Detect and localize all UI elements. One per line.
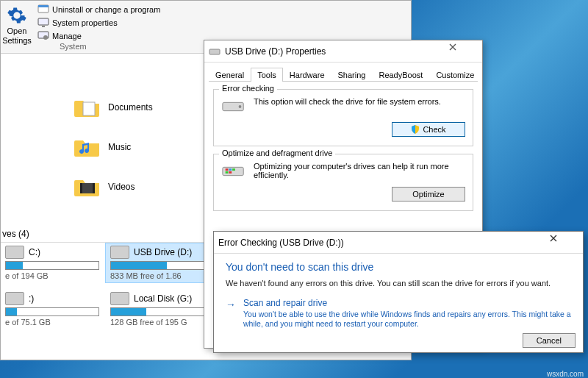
tab-tools[interactable]: Tools bbox=[251, 68, 283, 82]
svg-rect-1 bbox=[38, 5, 49, 7]
optimize-group: Optimize and defragment drive Optimizing… bbox=[213, 154, 473, 211]
drive-c-free: e of 194 GB bbox=[5, 271, 99, 280]
cancel-button-label: Cancel bbox=[537, 336, 562, 345]
drive-icon bbox=[110, 246, 129, 259]
system-properties-button[interactable]: System properties bbox=[37, 17, 406, 29]
documents-label: Documents bbox=[108, 102, 153, 113]
manage-icon bbox=[37, 30, 49, 42]
close-icon bbox=[549, 234, 558, 243]
gear-icon bbox=[7, 5, 27, 26]
programs-icon bbox=[37, 4, 49, 15]
svg-rect-2 bbox=[38, 18, 49, 25]
uninstall-label: Uninstall or change a program bbox=[52, 5, 160, 14]
drive-icon bbox=[5, 246, 24, 259]
uninstall-program-button[interactable]: Uninstall or change a program bbox=[37, 4, 406, 15]
open-settings-button[interactable]: Open Settings bbox=[1, 1, 33, 53]
drives-grid: C:) e of 194 GB USB Drive (D:) 833 MB fr… bbox=[1, 243, 207, 329]
drive-c-bar bbox=[5, 261, 99, 270]
optimize-text: Optimizing your computer's drives can he… bbox=[254, 162, 465, 179]
ribbon-section-label: System bbox=[60, 42, 87, 51]
documents-icon bbox=[74, 96, 101, 118]
svg-rect-18 bbox=[229, 171, 232, 174]
svg-rect-15 bbox=[229, 168, 232, 171]
folder-videos[interactable]: Videos bbox=[74, 176, 153, 198]
music-label: Music bbox=[108, 142, 131, 152]
drive-e-name: :) bbox=[29, 293, 34, 304]
drive-c[interactable]: C:) e of 194 GB bbox=[1, 243, 101, 282]
error-checking-legend: Error checking bbox=[219, 84, 277, 93]
error-checking-group: Error checking This option will check th… bbox=[213, 89, 473, 146]
optimize-button[interactable]: Optimize bbox=[392, 187, 465, 202]
error-checking-text: This option will check the drive for fil… bbox=[254, 97, 465, 106]
optimize-button-label: Optimize bbox=[412, 190, 444, 199]
drives-section-header[interactable]: ves (4) bbox=[1, 226, 207, 243]
open-settings-label1: Open bbox=[1, 27, 33, 35]
svg-rect-16 bbox=[232, 168, 235, 171]
music-icon bbox=[74, 136, 101, 158]
drive-e-bar bbox=[5, 307, 99, 316]
drive-c-name: C:) bbox=[29, 247, 40, 257]
drive-local-g[interactable]: Local Disk (G:) 128 GB free of 195 G bbox=[106, 290, 207, 329]
monitor-icon bbox=[37, 17, 49, 29]
error-checking-subtext: We haven't found any errors on this driv… bbox=[226, 279, 571, 288]
error-checking-dialog: Error Checking (USB Drive (D:)) You don'… bbox=[213, 231, 584, 353]
svg-rect-8 bbox=[80, 183, 82, 193]
cancel-button[interactable]: Cancel bbox=[523, 333, 576, 348]
drive-usb-free: 833 MB free of 1.86 bbox=[110, 271, 204, 280]
defrag-icon bbox=[221, 162, 246, 181]
scan-repair-title: Scan and repair drive bbox=[243, 298, 571, 308]
check-button[interactable]: Check bbox=[392, 122, 465, 137]
tab-sharing[interactable]: Sharing bbox=[331, 68, 373, 82]
svg-rect-6 bbox=[83, 102, 95, 115]
drive-e[interactable]: :) e of 75.1 GB bbox=[1, 290, 101, 329]
error-checking-title: Error Checking (USB Drive (D:)) bbox=[218, 238, 549, 248]
drive-usb-name: USB Drive (D:) bbox=[134, 247, 192, 257]
properties-title: USB Drive (D:) Properties bbox=[225, 46, 448, 57]
videos-icon bbox=[74, 176, 101, 198]
tab-customize[interactable]: Customize bbox=[429, 68, 481, 82]
tab-general[interactable]: General bbox=[209, 68, 251, 82]
manage-label: Manage bbox=[52, 32, 82, 40]
check-button-label: Check bbox=[423, 125, 445, 134]
svg-point-5 bbox=[43, 35, 48, 40]
scan-repair-desc: You won't be able to use the drive while… bbox=[243, 310, 571, 329]
drive-icon bbox=[209, 46, 220, 57]
tab-readyboost[interactable]: ReadyBoost bbox=[372, 68, 429, 82]
shield-icon bbox=[411, 125, 420, 134]
error-checking-headline: You don't need to scan this drive bbox=[226, 261, 571, 273]
folder-documents[interactable]: Documents bbox=[74, 96, 153, 118]
tab-hardware[interactable]: Hardware bbox=[283, 68, 331, 82]
scan-and-repair-action[interactable]: → Scan and repair drive You won't be abl… bbox=[226, 295, 571, 332]
svg-rect-14 bbox=[226, 168, 229, 171]
drive-check-icon bbox=[221, 97, 246, 116]
optimize-legend: Optimize and defragment drive bbox=[219, 149, 335, 157]
drive-icon bbox=[5, 292, 24, 305]
drive-usb-bar bbox=[110, 261, 204, 270]
videos-label: Videos bbox=[108, 182, 135, 192]
sysprops-label: System properties bbox=[52, 18, 118, 27]
arrow-right-icon: → bbox=[226, 299, 236, 310]
properties-titlebar[interactable]: USB Drive (D:) Properties bbox=[204, 40, 482, 63]
close-button[interactable] bbox=[448, 43, 478, 60]
error-checking-titlebar[interactable]: Error Checking (USB Drive (D:)) bbox=[214, 232, 583, 254]
folder-list: Documents Music Videos bbox=[74, 96, 153, 198]
svg-rect-10 bbox=[209, 49, 220, 54]
drive-g-name: Local Disk (G:) bbox=[134, 293, 192, 304]
drive-g-bar bbox=[110, 307, 204, 316]
open-settings-label2: Settings bbox=[1, 37, 33, 45]
close-icon bbox=[448, 43, 457, 51]
svg-point-12 bbox=[239, 105, 242, 108]
watermark: wsxdn.com bbox=[547, 370, 584, 378]
svg-rect-9 bbox=[93, 183, 95, 193]
drive-e-free: e of 75.1 GB bbox=[5, 318, 99, 327]
properties-tabs: General Tools Hardware Sharing ReadyBoos… bbox=[209, 67, 478, 82]
svg-rect-17 bbox=[226, 171, 229, 174]
folder-music[interactable]: Music bbox=[74, 136, 153, 158]
drive-usb[interactable]: USB Drive (D:) 833 MB free of 1.86 bbox=[106, 243, 207, 282]
svg-rect-3 bbox=[42, 26, 45, 27]
drive-g-free: 128 GB free of 195 G bbox=[110, 318, 204, 327]
close-button[interactable] bbox=[549, 234, 578, 252]
drive-icon bbox=[110, 292, 129, 305]
